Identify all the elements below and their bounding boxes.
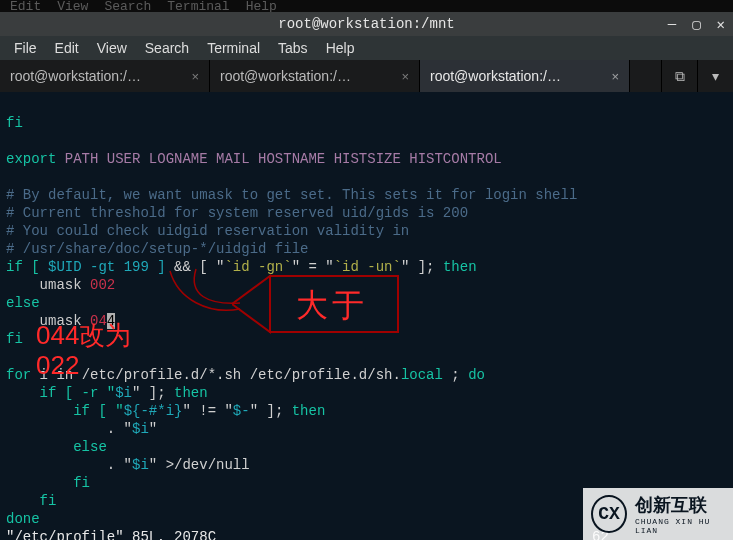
- window-minimize-button[interactable]: —: [668, 16, 676, 33]
- tab-dropdown-button[interactable]: ▾: [697, 60, 733, 92]
- terminal-tab-2[interactable]: root@workstation:/… ×: [210, 60, 420, 92]
- menu-help[interactable]: Help: [326, 40, 355, 56]
- window-titlebar[interactable]: root@workstation:/mnt — ▢ ✕: [0, 12, 733, 36]
- menu-view[interactable]: View: [97, 40, 127, 56]
- menu-tabs[interactable]: Tabs: [278, 40, 308, 56]
- annotation-box: 大于: [232, 274, 402, 338]
- annotation-replace-text: 044改为 022: [36, 320, 131, 380]
- terminal-tab-3[interactable]: root@workstation:/… ×: [420, 60, 630, 92]
- vim-status-left: "/etc/profile" 85L, 2078C: [6, 529, 216, 540]
- watermark-logo: CX: [591, 495, 627, 533]
- window-close-button[interactable]: ✕: [717, 16, 725, 33]
- watermark: CX 创新互联 CHUANG XIN HU LIAN: [583, 488, 733, 540]
- svg-marker-0: [232, 276, 270, 332]
- menu-search[interactable]: Search: [145, 40, 189, 56]
- menubar: File Edit View Search Terminal Tabs Help: [0, 36, 733, 60]
- window-title: root@workstation:/mnt: [278, 16, 454, 32]
- background-app-menubar: Edit View Search Terminal Help: [0, 0, 733, 12]
- tab-close-icon[interactable]: ×: [611, 69, 619, 84]
- terminal-tab-1[interactable]: root@workstation:/… ×: [0, 60, 210, 92]
- menu-terminal[interactable]: Terminal: [207, 40, 260, 56]
- tab-close-icon[interactable]: ×: [401, 69, 409, 84]
- menu-edit[interactable]: Edit: [55, 40, 79, 56]
- new-tab-button[interactable]: ⧉: [661, 60, 697, 92]
- tab-bar: root@workstation:/… × root@workstation:/…: [0, 60, 733, 92]
- tab-close-icon[interactable]: ×: [191, 69, 199, 84]
- code-token: fi: [6, 115, 23, 131]
- menu-file[interactable]: File: [14, 40, 37, 56]
- window-maximize-button[interactable]: ▢: [692, 16, 700, 33]
